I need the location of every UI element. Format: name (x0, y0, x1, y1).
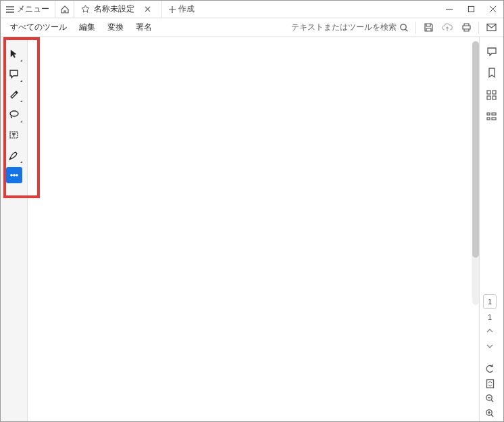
svg-rect-0 (468, 6, 474, 11)
print-icon (461, 22, 472, 32)
tab-close-button[interactable] (145, 6, 151, 12)
left-toolbar (1, 37, 28, 422)
page-down-button[interactable] (483, 340, 497, 351)
lasso-tool[interactable] (6, 106, 22, 122)
home-button[interactable] (55, 1, 74, 18)
comment-icon (9, 69, 19, 79)
vertical-scrollbar[interactable] (472, 41, 479, 305)
document-tab[interactable]: 名称未設定 (74, 1, 162, 18)
minimize-button[interactable] (438, 1, 460, 18)
svg-rect-14 (487, 118, 490, 120)
cloud-upload-icon (442, 23, 453, 32)
maximize-button[interactable] (460, 1, 482, 18)
svg-point-5 (10, 174, 12, 177)
window-controls (438, 1, 503, 18)
thumbnails-icon (486, 90, 497, 100)
fit-page-button[interactable] (483, 378, 497, 389)
star-icon[interactable] (81, 5, 90, 14)
bookmark-panel-icon (487, 68, 497, 78)
plus-icon (169, 6, 176, 13)
zoom-in-button[interactable] (483, 408, 497, 419)
more-icon (9, 170, 19, 180)
mail-icon (486, 23, 497, 32)
title-bar: メニュー 名称未設定 作成 (1, 1, 503, 18)
current-page-input[interactable]: 1 (483, 294, 497, 309)
draw-tool[interactable] (6, 147, 22, 163)
rotate-icon (485, 364, 495, 373)
structure-icon (486, 112, 497, 122)
close-window-button[interactable] (482, 1, 503, 18)
cursor-icon (9, 49, 19, 59)
svg-rect-9 (493, 91, 496, 94)
svg-rect-12 (487, 113, 490, 115)
draw-icon (9, 150, 20, 160)
toolbar: すべてのツール 編集 変換 署名 テキストまたはツールを検索 (1, 18, 503, 37)
textbox-tool[interactable] (6, 126, 22, 143)
bookmark-panel-button[interactable] (484, 66, 499, 80)
hamburger-icon (6, 6, 14, 13)
svg-rect-16 (486, 379, 493, 388)
main-area: 1 1 (1, 37, 503, 422)
submenu-caret-icon (20, 100, 22, 102)
divider (478, 22, 479, 34)
cloud-button[interactable] (439, 20, 455, 36)
rotate-button[interactable] (483, 363, 497, 374)
svg-rect-13 (492, 113, 496, 115)
more-tools-button[interactable] (6, 167, 22, 183)
search-icon (399, 23, 409, 32)
scrollbar-thumb[interactable] (472, 41, 479, 258)
svg-point-1 (401, 24, 406, 29)
zoom-in-icon (485, 408, 495, 418)
fit-icon (486, 379, 495, 389)
structure-panel-button[interactable] (484, 109, 499, 124)
submenu-caret-icon (20, 120, 22, 122)
divider (415, 22, 416, 34)
toolbar-right: テキストまたはツールを検索 (291, 20, 499, 36)
chat-panel-button[interactable] (484, 44, 499, 59)
submenu-caret-icon (20, 80, 22, 82)
highlight-tool[interactable] (6, 86, 22, 102)
svg-rect-10 (487, 96, 490, 99)
zoom-out-button[interactable] (483, 393, 497, 404)
svg-rect-11 (493, 96, 496, 99)
thumbnails-panel-button[interactable] (484, 87, 499, 102)
svg-rect-8 (487, 91, 490, 94)
chevron-up-icon (486, 329, 493, 333)
all-tools-link[interactable]: すべてのツール (5, 19, 72, 36)
share-button[interactable] (483, 20, 499, 36)
svg-rect-15 (492, 118, 496, 120)
page-up-button[interactable] (483, 325, 497, 336)
home-icon (60, 5, 70, 14)
page-navigation: 1 1 (480, 294, 499, 419)
print-button[interactable] (458, 20, 474, 36)
comment-tool[interactable] (6, 66, 22, 82)
chevron-down-icon (486, 344, 493, 348)
submenu-caret-icon (20, 161, 22, 163)
lasso-icon (9, 110, 20, 119)
save-button[interactable] (420, 20, 436, 36)
chat-icon (486, 46, 497, 57)
save-icon (424, 22, 434, 32)
svg-point-7 (16, 174, 18, 177)
sign-link[interactable]: 署名 (130, 19, 157, 36)
menu-label: メニュー (17, 3, 49, 15)
zoom-out-icon (485, 394, 495, 403)
edit-link[interactable]: 編集 (74, 19, 101, 36)
textbox-icon (9, 130, 19, 140)
select-tool[interactable] (6, 45, 22, 62)
menu-button[interactable]: メニュー (1, 1, 55, 18)
highlight-icon (9, 89, 19, 99)
document-canvas[interactable] (28, 37, 479, 422)
new-tab-label: 作成 (178, 3, 195, 15)
search-placeholder: テキストまたはツールを検索 (291, 22, 397, 33)
tab-title: 名称未設定 (94, 3, 134, 15)
new-tab-button[interactable]: 作成 (162, 1, 201, 18)
submenu-caret-icon (20, 60, 22, 62)
svg-point-6 (13, 174, 15, 177)
page-total: 1 (488, 313, 492, 321)
search-box[interactable]: テキストまたはツールを検索 (291, 22, 411, 33)
convert-link[interactable]: 変換 (102, 19, 129, 36)
